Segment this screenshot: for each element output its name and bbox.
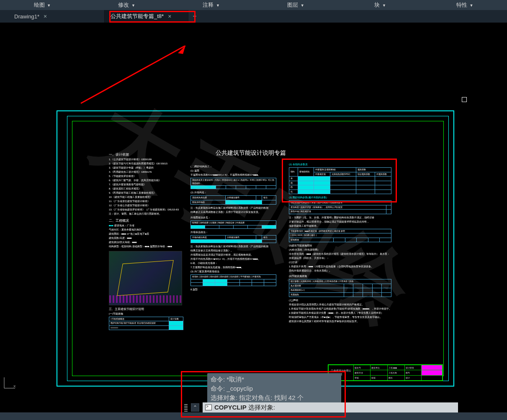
command-history[interactable]: 命令: *取消* 命令: _copyclip 选择对象: 指定对角点: 找到 4… — [207, 373, 341, 405]
command-line: ⌃ COPYCLIP 选择对象: — [184, 402, 465, 412]
menu-annotate[interactable]: 注释 ▼ — [169, 1, 254, 9]
history-toggle-button[interactable]: ⌃ — [191, 403, 199, 412]
close-icon[interactable]: × — [44, 13, 47, 20]
document-tabs: Drawing1* × 公共建筑节能专篇_t8* × + — [0, 10, 507, 23]
sheet-column-1: 一、设计依据 1.《公共建筑节能设计标准》GB50189 2.《建筑节能与可再生… — [109, 152, 184, 332]
menu-block[interactable]: 块 ▼ — [338, 1, 422, 9]
title-block: ◎ 中建设计有限公司 版本号建设单位 工程:■■■设计阶段 建筑专业 工程名称图… — [328, 364, 443, 381]
command-input[interactable]: COPYCLIP 选择对象: — [203, 402, 458, 412]
history-line: 选择对象: 指定对角点: 找到 42 个 — [211, 393, 338, 402]
grip-icon[interactable] — [184, 403, 188, 412]
sheet-column-2: (二)围护结构热工： (1) 屋面 平屋面传热系数Km=■■■W/(㎡·K)，平… — [190, 148, 278, 292]
menu-properties[interactable]: 特性 ▼ — [422, 1, 507, 9]
svg-line-0 — [81, 46, 185, 103]
terminal-icon — [205, 405, 212, 410]
status-label — [0, 415, 9, 420]
tab-drawing1[interactable]: Drawing1* × — [8, 10, 105, 23]
ucs-icon: X — [3, 376, 17, 390]
annotation-arrow — [77, 46, 186, 104]
ribbon-menu-bar: 绘图 ▼ 修改 ▼ 注释 ▼ 图层 ▼ 块 ▼ 特性 ▼ — [0, 0, 507, 10]
command-text: COPYCLIP 选择对象: — [214, 404, 275, 412]
svg-text:X: X — [13, 384, 16, 388]
new-tab-button[interactable]: + — [188, 10, 201, 23]
close-icon[interactable]: × — [168, 13, 171, 20]
history-line: 命令: _copyclip — [211, 384, 338, 393]
site-plan-thumbnail — [109, 251, 182, 305]
sheet-column-3: (2) 各朝向参数表 朝向 窗墙面积比 外窗遮阳(含透明幕墙) 遮阳系数 外窗规… — [289, 163, 398, 324]
svg-marker-1 — [178, 46, 185, 54]
menu-draw[interactable]: 绘图 ▼ — [0, 1, 85, 9]
menu-modify[interactable]: 修改 ▼ — [85, 1, 169, 9]
status-bar — [0, 412, 507, 420]
model-space[interactable]: 公共建筑节能设计说明专篇 一、设计依据 1.《公共建筑节能设计标准》GB5018… — [0, 23, 507, 406]
history-line: 命令: *取消* — [211, 375, 338, 384]
menu-layer[interactable]: 图层 ▼ — [253, 1, 338, 9]
tab-label: Drawing1* — [14, 13, 39, 20]
tab-label: 公共建筑节能专篇_t8* — [111, 13, 164, 20]
cursor-pickbox — [462, 97, 467, 102]
tab-energy-doc[interactable]: 公共建筑节能专篇_t8* × — [105, 10, 188, 23]
